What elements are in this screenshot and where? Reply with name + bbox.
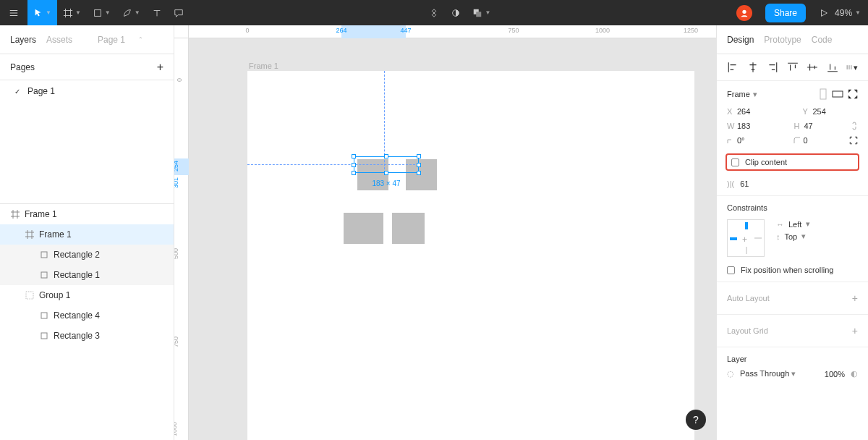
rotation-icon <box>727 137 734 144</box>
layer-name: Rectangle 4 <box>54 310 100 321</box>
frame-type-select[interactable]: Frame▾ <box>727 90 757 99</box>
resize-portrait-icon[interactable] <box>819 88 827 100</box>
frame-tool[interactable]: ▼ <box>57 0 87 25</box>
tab-code[interactable]: Code <box>812 35 833 45</box>
layer-row[interactable]: Rectangle 3 <box>0 326 174 346</box>
chevron-down-icon: ▼ <box>46 9 51 16</box>
pages-heading: Pages <box>10 62 35 72</box>
rectangle[interactable] <box>392 213 425 244</box>
link-wh-icon[interactable] <box>851 121 858 131</box>
prop-w[interactable]: 183 <box>737 122 779 130</box>
blend-mode-select[interactable]: Pass Through ▾ <box>740 369 796 378</box>
rectangle[interactable] <box>344 213 383 244</box>
ruler-horizontal[interactable]: 0264447750100012501500 <box>189 25 716 38</box>
align-bottom-icon[interactable] <box>827 62 838 73</box>
artboard-label[interactable]: Frame 1 <box>249 62 278 70</box>
page-indicator[interactable]: Page 1⌃ <box>98 35 153 45</box>
fix-position-checkbox[interactable]: Fix position when scrolling <box>727 266 858 274</box>
add-autolayout-button[interactable]: + <box>852 292 858 304</box>
zoom-control[interactable]: 49%▼ <box>835 8 861 18</box>
prop-rotation[interactable]: 0° <box>737 136 779 145</box>
clip-content-checkbox[interactable]: Clip content <box>726 153 859 171</box>
clip-content-label: Clip content <box>745 158 787 166</box>
prop-h[interactable]: 47 <box>804 122 846 130</box>
add-layoutgrid-button[interactable]: + <box>852 325 858 337</box>
selection-dimensions: 183 × 47 <box>372 179 400 187</box>
shape-tool[interactable]: ▼ <box>87 0 116 25</box>
add-page-button[interactable]: + <box>157 61 163 74</box>
chevron-down-icon: ▼ <box>135 9 140 16</box>
layer-name: Frame 1 <box>39 229 72 240</box>
present-button[interactable] <box>813 0 835 25</box>
rect-icon <box>39 250 49 259</box>
tab-prototype[interactable]: Prototype <box>764 35 801 45</box>
gap-icon: )|( <box>727 179 734 188</box>
text-tool[interactable] <box>146 0 168 25</box>
align-right-icon[interactable] <box>767 62 778 73</box>
opacity-input[interactable]: 100% <box>825 370 845 378</box>
prop-radius[interactable]: 0 <box>804 136 846 145</box>
svg-rect-0 <box>94 9 101 16</box>
layer-row[interactable]: Rectangle 1 <box>0 265 174 285</box>
layer-row[interactable]: Frame 1 <box>0 224 174 245</box>
layer-name: Frame 1 <box>25 209 57 219</box>
resize-landscape-icon[interactable] <box>832 90 843 98</box>
tab-layers[interactable]: Layers <box>10 35 36 45</box>
resize-fit-icon[interactable] <box>848 89 858 99</box>
layer-name: Rectangle 2 <box>54 250 100 260</box>
layer-row[interactable]: Rectangle 2 <box>0 245 174 265</box>
layer-row[interactable]: Frame 1 <box>0 204 174 224</box>
distribute-icon[interactable]: ▾ <box>846 62 858 73</box>
menu-button[interactable] <box>0 0 27 25</box>
svg-rect-6 <box>41 272 47 278</box>
comment-tool[interactable] <box>168 0 190 25</box>
layer-name: Rectangle 3 <box>54 331 100 341</box>
components-icon[interactable] <box>423 0 445 25</box>
svg-rect-7 <box>26 292 33 299</box>
svg-point-4 <box>742 9 746 13</box>
tab-design[interactable]: Design <box>727 35 754 45</box>
radius-individual-icon[interactable] <box>849 136 858 145</box>
constraints-heading: Constraints <box>727 203 858 212</box>
checkbox-icon <box>727 266 735 274</box>
pen-tool[interactable]: ▼ <box>116 0 146 25</box>
mask-icon[interactable] <box>445 0 467 25</box>
constraint-v-select[interactable]: ↕Top▾ <box>776 232 810 241</box>
align-top-icon[interactable] <box>787 62 799 73</box>
artboard[interactable] <box>247 71 694 440</box>
prop-gap[interactable]: 61 <box>740 179 749 188</box>
constraints-widget[interactable]: + <box>727 219 765 257</box>
layer-heading: Layer <box>727 355 858 363</box>
rect-icon <box>39 311 49 320</box>
rect-icon <box>39 271 49 279</box>
chevron-down-icon: ▼ <box>75 9 81 16</box>
ruler-vertical[interactable]: 02543015007501000 <box>174 38 189 440</box>
share-button[interactable]: Share <box>765 4 806 22</box>
help-button[interactable]: ? <box>686 410 706 430</box>
svg-rect-10 <box>820 89 826 99</box>
prop-y[interactable]: 254 <box>813 107 855 116</box>
layer-row[interactable]: Rectangle 4 <box>0 305 174 326</box>
align-vcenter-icon[interactable] <box>807 62 818 73</box>
tab-assets[interactable]: Assets <box>46 35 72 45</box>
prop-x[interactable]: 264 <box>737 107 779 116</box>
align-hcenter-icon[interactable] <box>747 62 759 73</box>
svg-rect-5 <box>41 252 47 258</box>
align-left-icon[interactable] <box>727 62 739 73</box>
layer-name: Rectangle 1 <box>54 270 100 280</box>
avatar[interactable] <box>731 0 758 25</box>
radius-icon <box>793 137 801 144</box>
layer-row[interactable]: Group 1 <box>0 285 174 305</box>
blend-icon: ◌ <box>727 369 734 378</box>
selection-box[interactable] <box>354 156 419 173</box>
svg-rect-8 <box>41 313 47 318</box>
layoutgrid-heading: Layout Grid <box>727 326 768 335</box>
svg-rect-9 <box>41 333 47 339</box>
page-item[interactable]: Page 1 <box>0 80 174 102</box>
boolean-icon[interactable]: ▼ <box>467 0 496 25</box>
canvas-stage[interactable]: Frame 1 183 × 47 <box>189 38 716 440</box>
fix-position-label: Fix position when scrolling <box>741 266 833 274</box>
constraint-h-select[interactable]: ↔Left▾ <box>776 219 810 229</box>
visibility-icon[interactable]: ◐ <box>851 369 858 378</box>
move-tool[interactable]: ▼ <box>27 0 57 25</box>
